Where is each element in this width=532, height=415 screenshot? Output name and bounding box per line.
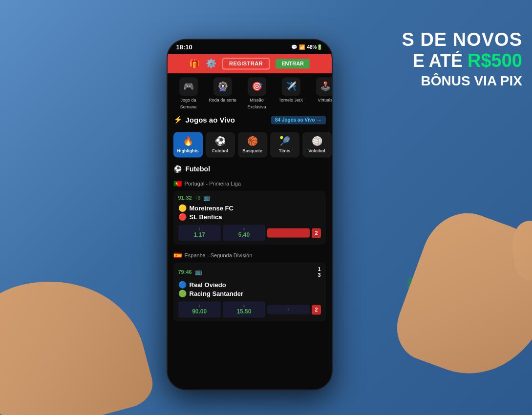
entrar-button[interactable]: ENTRAR: [276, 59, 310, 68]
basquete-icon: 🏀: [247, 136, 258, 146]
nav-torneio[interactable]: ✈️ Tornelo JetX: [274, 77, 308, 109]
virtuals-icon: 🕹️: [316, 77, 332, 96]
arrow-icon: →: [317, 117, 322, 123]
odds-row-1: 1 1.17 X 5.40 2 2: [178, 225, 321, 241]
match-card-2: 79:46 📺 1 3 🔵 Real Oviedo 🟢 Racing Santa…: [173, 262, 326, 321]
nav-missao[interactable]: 🎯 Missão Exclusiva: [240, 77, 274, 109]
nav-virtuals[interactable]: 🕹️ Virtuals: [308, 77, 332, 109]
video-icon-1[interactable]: 📺: [203, 194, 211, 201]
tab-basquete[interactable]: 🏀 Basquete: [238, 132, 267, 157]
league-portugal: 🇵🇹 Portugal - Primeira Liga: [168, 177, 332, 190]
tab-futebol[interactable]: ⚽ Futebol: [206, 132, 235, 157]
tab-highlights[interactable]: 🔥 Highlights: [173, 132, 203, 157]
status-time: 18:10: [176, 43, 192, 51]
nav-icons-row: 🎮 Jogo da Semana 🎡 Roda da sorte 🎯 Missã…: [168, 73, 332, 111]
sport-tabs: 🔥 Highlights ⚽ Futebol 🏀 Basquete 🎾 Têni…: [168, 132, 332, 161]
team1-row: 🟡 Moreirense FC: [178, 204, 321, 212]
spain-flag: 🇪🇸: [173, 251, 182, 259]
futebol-section-header: ⚽ Futebol: [168, 161, 332, 177]
team3-name: Real Oviedo: [190, 281, 226, 289]
league-spain: 🇪🇸 Espanha - Segunda División: [168, 249, 332, 262]
highlights-icon: 🔥: [183, 136, 193, 146]
live-games-section: ⚡ Jogos ao Vivo 84 Jogos ao Vivo →: [168, 111, 332, 132]
match-time-row-1: 91:32 +6 📺: [178, 194, 321, 201]
signal-icon: 📶: [299, 44, 305, 50]
status-icons: 💬 📶 48%🔋: [291, 44, 322, 50]
match-time-row-2: 79:46 📺 1 3: [178, 266, 321, 278]
odd-1-draw[interactable]: X 5.40: [223, 225, 265, 241]
odd-2-draw[interactable]: X 15.50: [223, 301, 265, 317]
team4-row: 🟢 Racing Santander: [178, 290, 321, 297]
thumb: [508, 218, 532, 282]
odd-1-away[interactable]: 2: [267, 228, 310, 237]
section-title: ⚡ Jogos ao Vivo: [173, 115, 235, 124]
team1-icon: 🟡: [178, 204, 187, 212]
futebol-icon: ⚽: [215, 136, 226, 146]
lightning-icon: ⚡: [173, 115, 183, 124]
match-time-2: 79:46: [178, 269, 192, 275]
tab-tenis[interactable]: 🎾 Tênis: [270, 132, 299, 157]
futebol-section-icon: ⚽: [173, 165, 182, 173]
odd-more-count-1[interactable]: 2: [312, 228, 320, 238]
phone-notch: [220, 40, 279, 53]
odd-2-home[interactable]: 1 90.00: [178, 301, 221, 317]
nav-roda-sorte[interactable]: 🎡 Roda da sorte: [206, 77, 240, 109]
promo-line4: BÔNUS VIA PIX: [402, 73, 523, 89]
jogo-semana-icon: 🎮: [179, 77, 198, 96]
whatsapp-icon: 💬: [291, 44, 297, 50]
team4-icon: 🟢: [178, 290, 187, 297]
score2: 3: [318, 272, 320, 278]
roda-sorte-icon: 🎡: [213, 77, 232, 96]
app-content: 🎁 ⚙️ REGISTRAR ENTRAR 🎮 Jogo da Semana 🎡…: [168, 54, 332, 389]
match-extra-1: +6: [195, 195, 200, 201]
section-header: ⚡ Jogos ao Vivo 84 Jogos ao Vivo →: [173, 115, 326, 124]
tenis-icon: 🎾: [279, 136, 290, 146]
promo-text-block: S DE NOVOS E ATÉ R$500 BÔNUS VIA PIX: [402, 29, 523, 89]
portugal-flag: 🇵🇹: [173, 180, 182, 187]
phone-device: 18:10 💬 📶 48%🔋 🎁 ⚙️ REGISTRAR ENTRAR 🎮 J…: [167, 39, 333, 390]
video-icon-2[interactable]: 📺: [195, 269, 202, 275]
settings-icon[interactable]: ⚙️: [206, 58, 216, 69]
odds-row-2: 1 90.00 X 15.50 2 2: [178, 301, 321, 317]
battery-icon: 48%🔋: [307, 44, 322, 50]
promo-line1: S DE NOVOS: [402, 29, 523, 50]
odd-more-count-2[interactable]: 2: [312, 305, 320, 314]
team4-name: Racing Santander: [190, 290, 244, 297]
torneio-icon: ✈️: [282, 77, 300, 96]
header-bar: 🎁 ⚙️ REGISTRAR ENTRAR: [168, 54, 332, 73]
registrar-button[interactable]: REGISTRAR: [222, 58, 270, 69]
score1: 1: [318, 266, 320, 272]
promo-line2: E ATÉ R$500: [402, 50, 523, 71]
odd-1-home[interactable]: 1 1.17: [178, 225, 221, 241]
tab-voleibol[interactable]: 🏐 Voleibol: [302, 132, 332, 157]
team3-icon: 🔵: [178, 281, 187, 289]
nav-jogo-semana[interactable]: 🎮 Jogo da Semana: [171, 77, 206, 109]
gift-icon[interactable]: 🎁: [189, 58, 200, 69]
team2-name: SL Benfica: [190, 213, 222, 221]
team3-row: 🔵 Real Oviedo: [178, 281, 321, 289]
match-time-1: 91:32: [178, 195, 192, 201]
missao-icon: 🎯: [248, 77, 266, 96]
live-badge[interactable]: 84 Jogos ao Vivo →: [271, 116, 326, 124]
match-card-1: 91:32 +6 📺 🟡 Moreirense FC 🔴 SL Benfica …: [173, 190, 326, 245]
voleibol-icon: 🏐: [312, 136, 322, 146]
team2-row: 🔴 SL Benfica: [178, 213, 321, 221]
team2-icon: 🔴: [178, 213, 187, 221]
team1-name: Moreirense FC: [190, 205, 234, 212]
odd-2-away[interactable]: 2: [267, 305, 310, 314]
